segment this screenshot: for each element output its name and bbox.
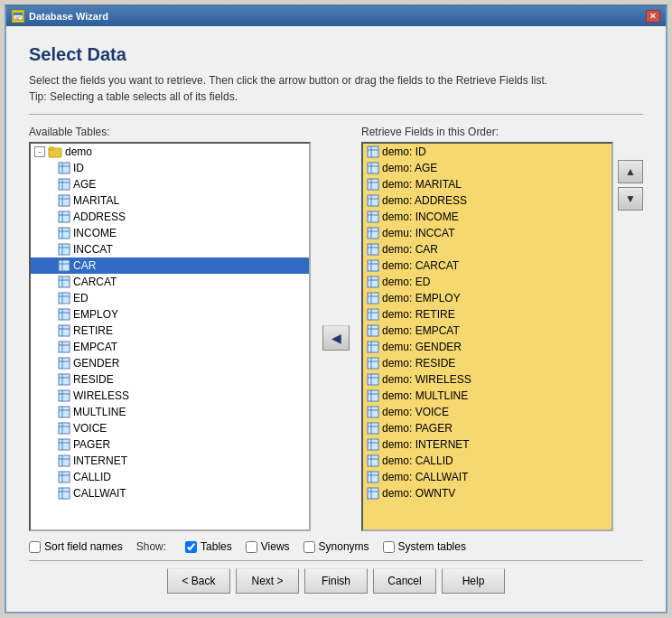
svg-rect-48	[59, 390, 70, 401]
add-to-retrieve-button[interactable]: ◀	[322, 325, 350, 351]
synonyms-input[interactable]	[303, 541, 315, 553]
field-icon	[58, 162, 70, 174]
field-icon	[58, 357, 70, 370]
synonyms-checkbox[interactable]: Synonyms	[303, 540, 369, 553]
field-icon	[58, 373, 70, 386]
list-item[interactable]: demu: GENDER	[363, 339, 611, 355]
move-down-button[interactable]: ▼	[618, 187, 643, 211]
list-item[interactable]: WIRELESS	[31, 388, 309, 404]
field-icon	[367, 471, 379, 483]
title-bar: Database Wizard ✕	[6, 6, 666, 26]
list-item[interactable]: demo: EMPCAT	[363, 323, 611, 339]
list-item[interactable]: ED	[31, 290, 309, 306]
list-item[interactable]: demo: CALLWAIT	[363, 469, 611, 485]
list-item[interactable]: demo: ID	[363, 144, 611, 160]
list-item[interactable]: ADDRESS	[31, 209, 309, 225]
svg-rect-117	[368, 407, 378, 417]
list-item[interactable]: MARITAL	[31, 192, 309, 209]
field-icon	[367, 243, 379, 256]
tables-checkbox[interactable]: Tables	[185, 540, 232, 553]
list-item[interactable]: AGE	[31, 176, 309, 192]
views-label: Views	[261, 540, 290, 553]
finish-button[interactable]: Finish	[304, 568, 368, 594]
list-item[interactable]: demo: RESIDE	[363, 355, 611, 371]
svg-rect-24	[59, 260, 70, 271]
list-item[interactable]: EMPCAT	[31, 339, 309, 355]
list-item[interactable]: RETIRE	[31, 323, 309, 339]
svg-rect-36	[59, 325, 70, 336]
sort-field-names-label: Sort field names	[44, 540, 123, 553]
field-icon	[58, 324, 70, 337]
list-item[interactable]: demo: WIRELESS	[363, 371, 611, 388]
svg-rect-99	[368, 309, 378, 320]
svg-rect-84	[368, 228, 378, 239]
svg-rect-30	[59, 293, 70, 304]
list-item[interactable]: CALLID	[31, 469, 309, 485]
field-icon	[367, 438, 379, 451]
views-checkbox[interactable]: Views	[246, 540, 290, 553]
svg-rect-5	[49, 147, 54, 150]
tables-input[interactable]	[185, 541, 197, 553]
available-tables-panel[interactable]: - demo ID	[29, 142, 311, 531]
field-icon	[367, 454, 379, 467]
list-item[interactable]: INTERNET	[31, 453, 309, 469]
list-item[interactable]: VOICE	[31, 420, 309, 436]
list-item[interactable]: EMPLOY	[31, 306, 309, 323]
svg-rect-90	[368, 260, 378, 271]
expand-icon[interactable]: -	[34, 146, 45, 157]
list-item[interactable]: MULTLINE	[31, 404, 309, 420]
list-item[interactable]: demo: OWNTV	[363, 485, 611, 501]
sort-field-names-checkbox[interactable]: Sort field names	[29, 540, 123, 553]
list-item[interactable]: CAR	[31, 258, 309, 274]
list-item[interactable]: demo: PAGER	[363, 420, 611, 436]
retrieve-fields-panel[interactable]: demo: ID demo: AGE demo: MARITAL de	[361, 142, 613, 531]
views-input[interactable]	[246, 541, 257, 553]
field-icon	[367, 227, 379, 239]
back-button[interactable]: < Back	[167, 568, 230, 594]
svg-rect-6	[59, 163, 70, 173]
list-item[interactable]: demo: EMPLOY	[363, 290, 611, 306]
list-item[interactable]: demo: INTERNET	[363, 436, 611, 453]
list-item[interactable]: INCOME	[31, 225, 309, 241]
field-icon	[367, 194, 379, 207]
tree-root-demo[interactable]: - demo	[31, 144, 309, 160]
list-item[interactable]: demo: MARITAL	[363, 176, 611, 192]
list-item[interactable]: ID	[31, 160, 309, 176]
list-item[interactable]: demo: CAR	[363, 241, 611, 258]
close-button[interactable]: ✕	[646, 10, 660, 23]
list-item[interactable]: RESIDE	[31, 371, 309, 388]
page-title: Select Data	[29, 44, 643, 65]
field-icon	[58, 292, 70, 304]
field-icon	[58, 422, 70, 435]
show-label: Show:	[136, 540, 166, 553]
list-item[interactable]: PAGER	[31, 436, 309, 453]
list-item[interactable]: demo: RETIRE	[363, 306, 611, 323]
list-item[interactable]: demo: AGE	[363, 160, 611, 176]
svg-rect-12	[59, 195, 70, 206]
list-item[interactable]: demo: ED	[363, 274, 611, 290]
list-item[interactable]: demo: VOICE	[363, 404, 611, 420]
system-tables-checkbox[interactable]: System tables	[383, 540, 466, 553]
field-icon	[58, 308, 70, 321]
retrieve-fields-label: Retrieve Fields in this Order:	[361, 126, 643, 138]
list-item[interactable]: CALLWAIT	[31, 485, 309, 501]
system-tables-input[interactable]	[383, 541, 395, 553]
list-item[interactable]: GENDER	[31, 355, 309, 371]
sort-field-names-input[interactable]	[29, 541, 41, 553]
svg-rect-63	[59, 472, 70, 482]
retrieve-fields-section: Retrieve Fields in this Order: demo: ID …	[361, 126, 643, 531]
help-button[interactable]: Help	[442, 568, 505, 594]
list-item[interactable]: demo: INCOME	[363, 209, 611, 225]
field-icon	[58, 259, 70, 272]
move-up-button[interactable]: ▲	[618, 160, 643, 183]
list-item[interactable]: demu: INCCAT	[363, 225, 611, 241]
list-item[interactable]: CARCAT	[31, 274, 309, 290]
list-item[interactable]: demo: CALLID	[363, 453, 611, 469]
list-item[interactable]: demo: MULTLINE	[363, 388, 611, 404]
list-item[interactable]: INCCAT	[31, 241, 309, 258]
cancel-button[interactable]: Cancel	[373, 568, 436, 594]
list-item[interactable]: demo: ADDRESS	[363, 192, 611, 209]
svg-rect-60	[59, 455, 70, 466]
next-button[interactable]: Next >	[236, 568, 299, 594]
list-item[interactable]: demo: CARCAT	[363, 258, 611, 274]
